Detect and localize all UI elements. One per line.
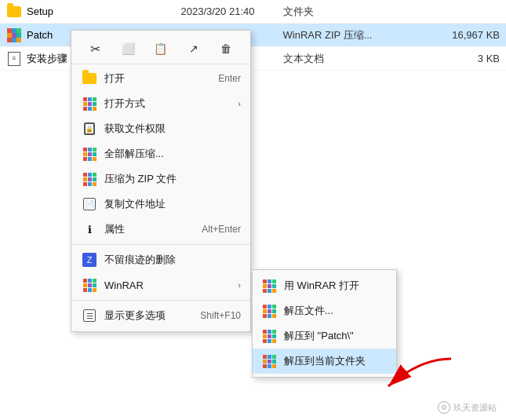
winrar-menu-icon xyxy=(81,276,98,294)
submenu-extract-here-icon xyxy=(260,352,278,370)
copy-path-label: 复制文件地址 xyxy=(104,197,241,211)
open-icon xyxy=(81,70,98,87)
menu-item-secure-delete[interactable]: Z 不留痕迹的删除 xyxy=(71,247,250,272)
menu-divider-1 xyxy=(71,244,250,245)
properties-shortcut: Alt+Enter xyxy=(202,224,241,235)
more-options-shortcut: Shift+F10 xyxy=(200,310,241,321)
menu-item-properties[interactable]: ℹ 属性 Alt+Enter xyxy=(71,217,250,242)
submenu-extract-to-patch-label: 解压到 "Patch\" xyxy=(284,329,388,343)
watermark: ⚙ 玖天资源站 xyxy=(438,401,497,414)
txt-icon-steps xyxy=(6,51,22,67)
open-label: 打开 xyxy=(104,71,212,86)
menu-divider-2 xyxy=(71,300,250,301)
menu-item-extract-all[interactable]: 全部解压缩... xyxy=(71,141,250,166)
secure-delete-label: 不留痕迹的删除 xyxy=(104,253,241,267)
watermark-text: 玖天资源站 xyxy=(453,402,497,414)
file-row-setup[interactable]: Setup 2023/3/20 21:40 文件夹 xyxy=(0,0,506,24)
menu-item-copy-path[interactable]: 📄 复制文件地址 xyxy=(71,192,250,217)
submenu-extract-files-icon xyxy=(260,302,278,320)
file-type-steps: 文本文档 xyxy=(283,52,438,66)
menu-item-permissions[interactable]: 🔒 获取文件权限 xyxy=(71,116,250,141)
share-button[interactable]: ↗ xyxy=(183,38,205,60)
copy-button[interactable]: ⬜ xyxy=(117,38,139,60)
extract-all-icon xyxy=(81,145,98,163)
menu-item-open[interactable]: 打开 Enter xyxy=(71,66,250,91)
menu-item-more-options[interactable]: ☰ 显示更多选项 Shift+F10 xyxy=(71,303,250,328)
watermark-icon: ⚙ xyxy=(438,401,450,414)
submenu-extract-here-label: 解压到当前文件夹 xyxy=(284,354,388,368)
submenu-item-extract-files[interactable]: 解压文件... xyxy=(253,298,396,323)
submenu-open-winrar-icon xyxy=(260,277,278,294)
winrar-arrow: › xyxy=(238,280,241,290)
context-toolbar: ✂ ⬜ 📋 ↗ 🗑 xyxy=(71,34,250,64)
submenu-item-extract-to-patch[interactable]: 解压到 "Patch\" xyxy=(253,323,396,349)
file-type-patch: WinRAR ZIP 压缩... xyxy=(283,28,438,42)
submenu-open-winrar-label: 用 WinRAR 打开 xyxy=(284,279,388,293)
open-shortcut: Enter xyxy=(218,73,241,84)
compress-zip-label: 压缩为 ZIP 文件 xyxy=(104,172,241,186)
winrar-icon-patch xyxy=(6,27,22,43)
secure-delete-icon: Z xyxy=(81,251,98,268)
open-with-label: 打开方式 xyxy=(104,97,238,111)
properties-label: 属性 xyxy=(104,222,195,236)
more-options-icon: ☰ xyxy=(81,307,98,324)
more-options-label: 显示更多选项 xyxy=(104,309,194,323)
paste-button[interactable]: 📋 xyxy=(150,38,172,60)
cut-button[interactable]: ✂ xyxy=(85,38,107,60)
open-with-icon xyxy=(81,95,98,112)
file-name-setup: Setup xyxy=(27,5,181,17)
open-with-arrow: › xyxy=(238,99,241,108)
folder-icon xyxy=(6,4,22,20)
file-size-patch: 16,967 KB xyxy=(437,29,500,41)
extract-all-label: 全部解压缩... xyxy=(104,147,241,161)
delete-button[interactable]: 🗑 xyxy=(215,38,237,60)
file-type-setup: 文件夹 xyxy=(283,5,438,19)
menu-item-open-with[interactable]: 打开方式 › xyxy=(71,91,250,116)
permissions-icon: 🔒 xyxy=(81,120,98,137)
compress-zip-icon xyxy=(81,170,98,188)
winrar-submenu: 用 WinRAR 打开 xyxy=(252,269,397,378)
properties-icon: ℹ xyxy=(81,221,98,238)
context-menu: ✂ ⬜ 📋 ↗ 🗑 打开 Enter xyxy=(71,30,251,332)
file-date-setup: 2023/3/20 21:40 xyxy=(181,5,283,17)
explorer-window: Setup 2023/3/20 21:40 文件夹 Patch 2023/3/2… xyxy=(0,0,506,420)
file-size-steps: 3 KB xyxy=(437,53,500,64)
submenu-extract-files-label: 解压文件... xyxy=(284,304,388,318)
submenu-item-open-winrar[interactable]: 用 WinRAR 打开 xyxy=(253,273,396,298)
permissions-label: 获取文件权限 xyxy=(104,122,241,136)
copy-path-icon: 📄 xyxy=(81,195,98,213)
winrar-label: WinRAR xyxy=(104,279,238,291)
submenu-extract-to-patch-icon xyxy=(260,327,278,345)
menu-item-compress-zip[interactable]: 压缩为 ZIP 文件 xyxy=(71,166,250,192)
menu-item-winrar[interactable]: WinRAR › xyxy=(71,272,250,298)
submenu-item-extract-here[interactable]: 解压到当前文件夹 xyxy=(253,349,396,374)
